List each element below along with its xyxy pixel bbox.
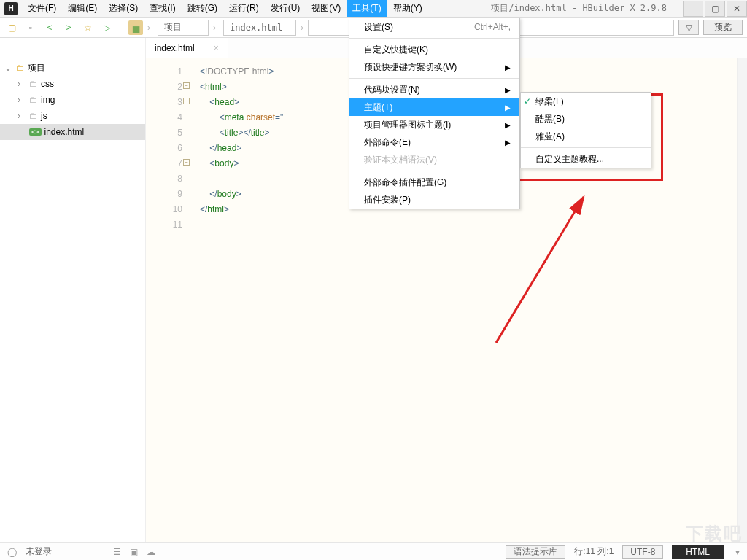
cursor-position: 行:11 列:1 — [574, 545, 614, 558]
project-sidebar: ⌄🗀项目›🗀css›🗀img›🗀js<>index.html — [0, 38, 146, 542]
tools-menu-item[interactable]: 外部命令(E)▶ — [349, 133, 519, 151]
menu-0[interactable]: 文件(F) — [22, 0, 62, 17]
run-icon[interactable]: ▷ — [99, 20, 114, 35]
filter-icon[interactable]: ▽ — [678, 20, 699, 35]
menu-item-label: 雅蓝(A) — [535, 131, 565, 143]
theme-menu-item[interactable]: 雅蓝(A) — [521, 128, 651, 145]
menu-item-label: 设置(S) — [364, 21, 393, 34]
menu-4[interactable]: 跳转(G) — [182, 0, 223, 17]
chevron-icon: › — [18, 111, 26, 121]
back-icon[interactable]: < — [42, 20, 57, 35]
theme-menu-item[interactable]: ✓绿柔(L) — [521, 93, 651, 110]
submenu-arrow-icon: ▶ — [505, 104, 511, 112]
titlebar: H 文件(F)编辑(E)选择(S)查找(I)跳转(G)运行(R)发行(U)视图(… — [0, 0, 747, 18]
submenu-arrow-icon: ▶ — [505, 63, 511, 71]
folder-icon: 🗀 — [29, 111, 38, 121]
menu-item-label: 项目管理器图标主题(I) — [364, 119, 451, 131]
tools-menu-item: 验证本文档语法(V) — [349, 151, 519, 168]
close-button[interactable]: ✕ — [727, 1, 747, 17]
folder-icon: 🗀 — [29, 79, 38, 89]
menu-item-label: 外部命令(E) — [364, 136, 411, 149]
menu-5[interactable]: 运行(R) — [223, 0, 265, 17]
chevron-icon: › — [18, 79, 26, 89]
menu-7[interactable]: 视图(V) — [306, 0, 347, 17]
chevron-down-icon[interactable]: ▾ — [735, 547, 740, 557]
tree-label: css — [41, 79, 54, 89]
menu-2[interactable]: 选择(S) — [103, 0, 144, 17]
statusbar: ◯ 未登录 ☰ ▣ ☁ 语法提示库 行:11 列:1 UTF-8 HTML ▾ — [0, 542, 747, 560]
chevron-icon: › — [18, 95, 26, 105]
breadcrumb-sep-icon: › — [147, 23, 150, 33]
tools-menu-item[interactable]: 主题(T)▶ — [349, 98, 519, 116]
tools-dropdown: 设置(S)Ctrl+Alt+,自定义快捷键(K)预设快捷键方案切换(W)▶代码块… — [349, 18, 520, 209]
menu-3[interactable]: 查找(I) — [144, 0, 181, 17]
breadcrumb-sep-icon: › — [213, 23, 216, 33]
menu-item-label: 自定义快捷键(K) — [364, 44, 428, 56]
tools-menu-item[interactable]: 预设快捷键方案切换(W)▶ — [349, 58, 519, 76]
vertical-scrollbar[interactable] — [737, 58, 747, 542]
list-icon[interactable]: ☰ — [113, 547, 121, 557]
tools-menu-item[interactable]: 代码块设置(N)▶ — [349, 81, 519, 98]
menu-item-label: 验证本文档语法(V) — [364, 154, 437, 166]
minimize-button[interactable]: — — [683, 1, 703, 17]
maximize-button[interactable]: ▢ — [705, 1, 725, 17]
preview-button[interactable]: 预览 — [703, 20, 743, 35]
tree-label: 项目 — [28, 62, 45, 74]
language-button[interactable]: HTML — [672, 545, 724, 559]
menu-1[interactable]: 编辑(E) — [62, 0, 103, 17]
watermark: 下载吧 — [686, 522, 743, 545]
breadcrumb-sep-icon: › — [301, 23, 303, 33]
editor-tab-label: index.html — [155, 43, 195, 53]
menu-6[interactable]: 发行(U) — [265, 0, 306, 17]
login-status[interactable]: 未登录 — [26, 545, 52, 558]
tools-menu-item[interactable]: 项目管理器图标主题(I)▶ — [349, 116, 519, 133]
menu-8[interactable]: 工具(T) — [347, 0, 387, 17]
menu-item-label: 插件安装(P) — [364, 194, 411, 206]
menu-item-label: 主题(T) — [364, 101, 392, 114]
menu-item-label: 绿柔(L) — [535, 96, 564, 108]
user-icon[interactable]: ◯ — [7, 547, 17, 557]
theme-submenu: ✓绿柔(L)酷黑(B)雅蓝(A)自定义主题教程... — [520, 92, 651, 168]
chevron-icon: ⌄ — [4, 63, 13, 73]
editor-tab[interactable]: index.html × — [146, 38, 228, 58]
folder-icon: 🗀 — [29, 95, 38, 105]
folder-icon[interactable]: ▅ — [128, 20, 143, 35]
submenu-arrow-icon: ▶ — [505, 139, 511, 147]
hint-library-button[interactable]: 语法提示库 — [506, 545, 565, 559]
menu-item-label: 外部命令插件配置(G) — [364, 176, 446, 189]
save-icon[interactable]: ▫ — [23, 20, 38, 35]
tree-folder-js[interactable]: ›🗀js — [0, 108, 145, 124]
breadcrumb-project[interactable]: 项目 — [158, 20, 209, 36]
menu-item-label: 自定义主题教程... — [535, 153, 604, 166]
submenu-arrow-icon: ▶ — [505, 121, 511, 129]
tools-menu-item[interactable]: 自定义快捷键(K) — [349, 41, 519, 58]
tree-root[interactable]: ⌄🗀项目 — [0, 60, 145, 76]
tree-file[interactable]: <>index.html — [0, 124, 145, 140]
tree-folder-css[interactable]: ›🗀css — [0, 76, 145, 92]
theme-menu-item[interactable]: 自定义主题教程... — [521, 150, 651, 168]
tree-label: img — [41, 95, 55, 105]
folder-icon: 🗀 — [16, 63, 25, 73]
cloud-icon[interactable]: ☁ — [147, 547, 155, 557]
tree-label: index.html — [44, 127, 85, 137]
breadcrumb-file[interactable]: index.html — [223, 20, 296, 36]
app-icon: H — [4, 2, 18, 15]
menubar: 文件(F)编辑(E)选择(S)查找(I)跳转(G)运行(R)发行(U)视图(V)… — [22, 0, 428, 17]
submenu-arrow-icon: ▶ — [505, 86, 511, 94]
star-icon[interactable]: ☆ — [80, 20, 95, 35]
encoding-button[interactable]: UTF-8 — [622, 545, 663, 559]
new-file-icon[interactable]: ▢ — [4, 20, 19, 35]
theme-menu-item[interactable]: 酷黑(B) — [521, 110, 651, 128]
tools-menu-item[interactable]: 设置(S)Ctrl+Alt+, — [349, 18, 519, 36]
terminal-icon[interactable]: ▣ — [130, 547, 138, 557]
menu-item-label: 酷黑(B) — [535, 113, 565, 125]
menu-9[interactable]: 帮助(Y) — [387, 0, 428, 17]
tools-menu-item[interactable]: 插件安装(P) — [349, 191, 519, 209]
tools-menu-item[interactable]: 外部命令插件配置(G) — [349, 174, 519, 191]
close-tab-icon[interactable]: × — [214, 43, 219, 53]
window-title: 项目/index.html - HBuilder X 2.9.8 — [491, 2, 681, 15]
menu-item-label: 代码块设置(N) — [364, 84, 420, 96]
tree-folder-img[interactable]: ›🗀img — [0, 92, 145, 108]
shortcut-label: Ctrl+Alt+, — [474, 22, 511, 32]
forward-icon[interactable]: > — [61, 20, 76, 35]
